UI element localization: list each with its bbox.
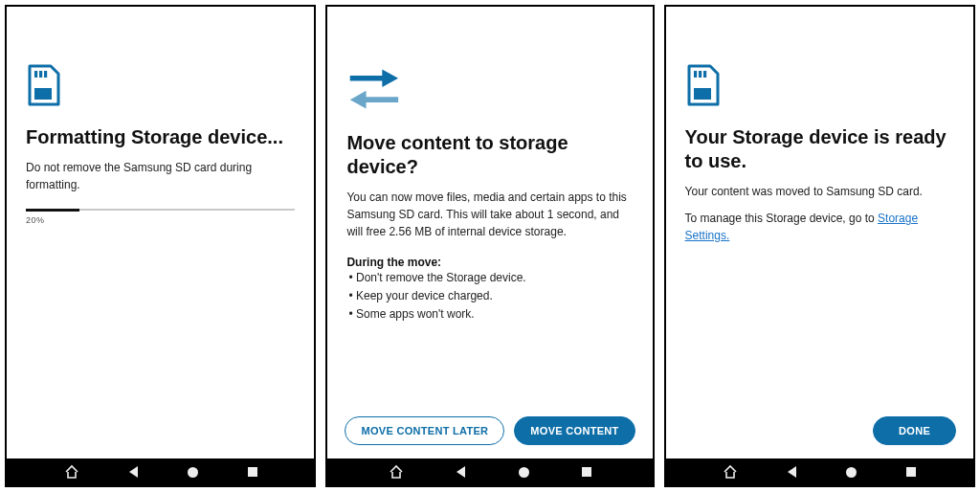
screen-formatting: Formatting Storage device... Do not remo… — [5, 5, 316, 487]
move-body: You can now move files, media and certai… — [346, 189, 633, 240]
bullet-2: Keep your device charged. — [348, 287, 633, 305]
svg-rect-3 — [34, 88, 52, 100]
nav-home-icon[interactable] — [723, 464, 738, 480]
move-content-button[interactable]: MOVE CONTENT — [514, 416, 635, 445]
nav-recent-icon[interactable] — [906, 467, 916, 477]
svg-rect-1 — [39, 71, 42, 78]
ready-line2: To manage this Storage device, go to Sto… — [685, 210, 954, 244]
format-progress-label: 20% — [26, 215, 295, 225]
nav-back-icon[interactable] — [457, 466, 465, 478]
sd-card-icon — [685, 64, 720, 106]
screen-ready: Your Storage device is ready to use. You… — [664, 5, 975, 487]
nav-back-icon[interactable] — [788, 466, 796, 478]
format-progress-fill — [26, 209, 79, 212]
ready-title: Your Storage device is ready to use. — [685, 125, 954, 173]
move-later-button[interactable]: MOVE CONTENT LATER — [345, 416, 504, 445]
screen-move-content: Move content to storage device? You can … — [325, 5, 654, 487]
svg-rect-9 — [699, 71, 702, 78]
svg-marker-5 — [383, 69, 399, 87]
ready-line1: Your content was moved to Samsung SD car… — [685, 183, 954, 200]
svg-rect-11 — [694, 88, 711, 100]
bullet-1: Don't remove the Storage device. — [348, 269, 633, 287]
svg-rect-0 — [34, 71, 37, 78]
move-button-row: MOVE CONTENT LATER MOVE CONTENT — [327, 416, 652, 458]
nav-home-circle-icon[interactable] — [188, 467, 198, 478]
bullet-3: Some apps won't work. — [348, 305, 633, 324]
ready-line2-prefix: To manage this Storage device, go to — [685, 212, 878, 225]
nav-home-icon[interactable] — [389, 464, 404, 480]
nav-home-icon[interactable] — [64, 464, 79, 480]
format-progress-track — [26, 209, 295, 211]
nav-recent-icon[interactable] — [248, 467, 257, 477]
screen1-content: Formatting Storage device... Do not remo… — [7, 7, 314, 458]
screen3-content: Your Storage device is ready to use. You… — [666, 7, 973, 416]
formatting-title: Formatting Storage device... — [26, 125, 295, 149]
nav-home-circle-icon[interactable] — [519, 467, 529, 478]
nav-back-icon[interactable] — [129, 466, 138, 478]
done-button[interactable]: DONE — [873, 416, 956, 445]
during-heading: During the move: — [346, 256, 633, 269]
sd-card-icon — [26, 64, 60, 106]
screen2-content: Move content to storage device? You can … — [327, 7, 652, 416]
android-navbar — [327, 458, 652, 485]
nav-home-circle-icon[interactable] — [846, 467, 857, 478]
android-navbar — [666, 458, 973, 485]
svg-rect-10 — [703, 71, 706, 78]
formatting-subtext: Do not remove the Samsung SD card during… — [26, 159, 295, 193]
android-navbar — [7, 458, 314, 485]
nav-recent-icon[interactable] — [582, 467, 591, 477]
move-bullets: Don't remove the Storage device. Keep yo… — [346, 269, 633, 324]
svg-rect-2 — [44, 71, 47, 78]
transfer-arrows-icon — [346, 64, 400, 112]
svg-rect-8 — [694, 71, 697, 78]
svg-marker-7 — [350, 91, 367, 109]
done-button-row: DONE — [666, 416, 973, 458]
move-title: Move content to storage device? — [346, 131, 633, 179]
